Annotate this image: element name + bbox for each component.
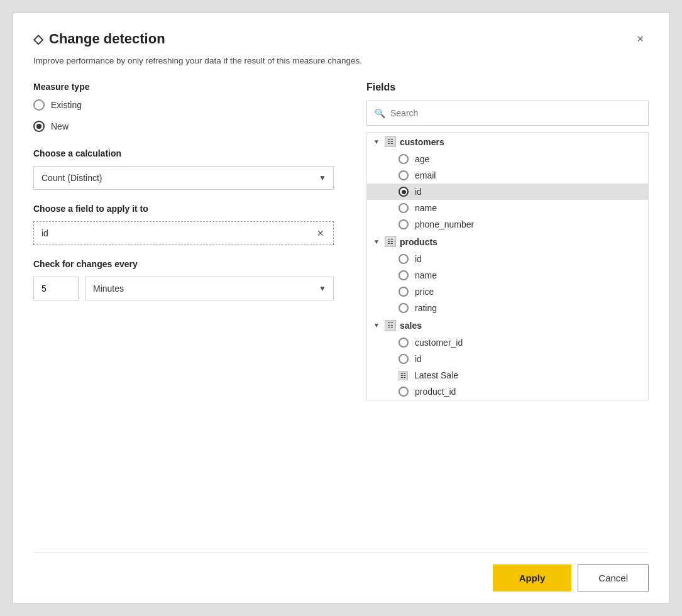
tree-item-products-name[interactable]: name bbox=[367, 267, 648, 283]
tree-item-customers-id[interactable]: id bbox=[367, 184, 648, 200]
tree-group-products[interactable]: ▼ ☷ products bbox=[367, 233, 648, 251]
change-detection-dialog: ◇ Change detection × Improve performance… bbox=[13, 13, 669, 603]
item-name-customers-age: age bbox=[415, 154, 429, 164]
calculation-label: Choose a calculation bbox=[33, 148, 334, 158]
left-panel: Measure type Existing New Choose a calcu… bbox=[33, 82, 354, 540]
calculation-select[interactable]: Count (Distinct) Count Sum Min Max Avera… bbox=[33, 166, 334, 190]
item-name-sales-id: id bbox=[415, 354, 422, 364]
item-name-sales-customer-id: customer_id bbox=[415, 338, 463, 348]
item-name-customers-id: id bbox=[415, 187, 422, 197]
tree-item-sales-latest-sale[interactable]: ☷ Latest Sale bbox=[367, 367, 648, 383]
interval-unit-select[interactable]: Seconds Minutes Hours bbox=[85, 277, 334, 300]
radio-products-price bbox=[399, 287, 409, 297]
item-name-products-price: price bbox=[415, 287, 434, 297]
item-name-sales-latest-sale: Latest Sale bbox=[414, 370, 458, 380]
tree-item-sales-product-id[interactable]: product_id bbox=[367, 383, 648, 400]
interval-section: Check for changes every Seconds Minutes … bbox=[33, 259, 334, 300]
tree-item-products-price[interactable]: price bbox=[367, 283, 648, 300]
tree-item-products-id[interactable]: id bbox=[367, 251, 648, 267]
item-name-products-name: name bbox=[415, 270, 437, 280]
apply-button[interactable]: Apply bbox=[493, 564, 572, 591]
table-icon-sales: ☷ bbox=[385, 320, 396, 331]
calculation-section: Choose a calculation Count (Distinct) Co… bbox=[33, 148, 334, 190]
measure-icon-latest-sale: ☷ bbox=[399, 371, 408, 380]
tree-item-customers-name[interactable]: name bbox=[367, 200, 648, 216]
right-panel: Fields 🔍 ▼ ☷ customers age bbox=[354, 82, 649, 540]
interval-unit-wrapper: Seconds Minutes Hours ▼ bbox=[85, 277, 334, 300]
field-section: Choose a field to apply it to id ✕ bbox=[33, 204, 334, 245]
radio-sales-customer-id bbox=[399, 338, 409, 348]
tree-group-customers[interactable]: ▼ ☷ customers bbox=[367, 133, 648, 151]
calculation-select-wrapper: Count (Distinct) Count Sum Min Max Avera… bbox=[33, 166, 334, 190]
dialog-title: ◇ Change detection bbox=[33, 31, 165, 47]
cancel-button[interactable]: Cancel bbox=[578, 564, 649, 591]
interval-row: Seconds Minutes Hours ▼ bbox=[33, 277, 334, 300]
radio-products-rating bbox=[399, 303, 409, 313]
measure-type-label: Measure type bbox=[33, 82, 334, 92]
tree-item-sales-customer-id[interactable]: customer_id bbox=[367, 334, 648, 351]
title-text: Change detection bbox=[49, 31, 165, 47]
field-label: Choose a field to apply it to bbox=[33, 204, 334, 214]
subtitle-text: Improve performance by only refreshing y… bbox=[33, 56, 649, 65]
item-name-sales-product-id: product_id bbox=[415, 387, 456, 397]
tree-item-products-rating[interactable]: rating bbox=[367, 300, 648, 316]
table-icon-customers: ☷ bbox=[385, 136, 396, 147]
dialog-body: Measure type Existing New Choose a calcu… bbox=[33, 82, 649, 540]
chevron-customers: ▼ bbox=[373, 138, 381, 145]
interval-number-input[interactable] bbox=[33, 277, 79, 300]
dialog-header: ◇ Change detection × bbox=[33, 31, 649, 47]
radio-new[interactable]: New bbox=[33, 121, 334, 132]
search-input[interactable] bbox=[390, 108, 641, 118]
group-name-products: products bbox=[400, 237, 437, 247]
group-name-sales: sales bbox=[400, 321, 422, 331]
chevron-sales: ▼ bbox=[373, 322, 381, 329]
radio-sales-product-id bbox=[399, 387, 409, 397]
tree-item-customers-email[interactable]: email bbox=[367, 167, 648, 184]
radio-products-name bbox=[399, 270, 409, 280]
field-input-text: id bbox=[41, 228, 48, 238]
radio-group: Existing New bbox=[33, 99, 334, 132]
field-input-wrapper[interactable]: id ✕ bbox=[33, 221, 334, 245]
radio-existing-circle bbox=[33, 99, 45, 111]
radio-customers-email bbox=[399, 170, 409, 180]
item-name-customers-email: email bbox=[415, 170, 436, 180]
tree-group-sales[interactable]: ▼ ☷ sales bbox=[367, 316, 648, 334]
tree-item-customers-age[interactable]: age bbox=[367, 151, 648, 167]
radio-customers-age bbox=[399, 154, 409, 164]
radio-sales-id bbox=[399, 354, 409, 364]
chevron-products: ▼ bbox=[373, 238, 381, 245]
item-name-customers-phone: phone_number bbox=[415, 219, 474, 229]
item-name-customers-name: name bbox=[415, 203, 437, 213]
radio-existing-label: Existing bbox=[51, 100, 82, 110]
tree-item-customers-phone[interactable]: phone_number bbox=[367, 216, 648, 233]
fields-label: Fields bbox=[366, 82, 649, 93]
item-name-products-rating: rating bbox=[415, 303, 437, 313]
search-box[interactable]: 🔍 bbox=[366, 101, 649, 126]
radio-customers-phone bbox=[399, 219, 409, 229]
group-name-customers: customers bbox=[400, 137, 444, 147]
item-name-products-id: id bbox=[415, 254, 422, 264]
radio-customers-id bbox=[399, 187, 409, 197]
dialog-footer: Apply Cancel bbox=[33, 553, 649, 603]
interval-label: Check for changes every bbox=[33, 259, 334, 269]
radio-products-id bbox=[399, 254, 409, 264]
radio-existing[interactable]: Existing bbox=[33, 99, 334, 111]
radio-new-label: New bbox=[51, 121, 69, 131]
fields-tree: ▼ ☷ customers age email id bbox=[366, 132, 649, 400]
measure-type-section: Measure type Existing New bbox=[33, 82, 334, 132]
diamond-icon: ◇ bbox=[33, 31, 43, 47]
tree-item-sales-id[interactable]: id bbox=[367, 351, 648, 367]
radio-new-circle bbox=[33, 121, 45, 132]
clear-field-icon[interactable]: ✕ bbox=[316, 227, 326, 239]
table-icon-products: ☷ bbox=[385, 236, 396, 247]
radio-customers-name bbox=[399, 203, 409, 213]
search-icon: 🔍 bbox=[375, 108, 385, 118]
close-button[interactable]: × bbox=[632, 31, 649, 47]
